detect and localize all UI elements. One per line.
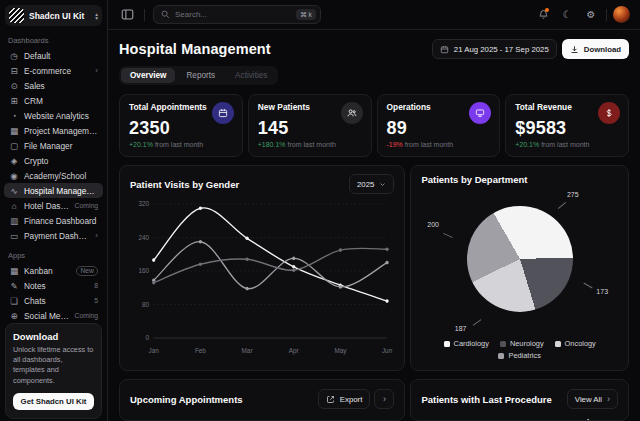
column-header-doctor: Doctor: [290, 417, 338, 421]
pie-value-label: 173: [596, 288, 608, 295]
academy-icon: ◉: [9, 171, 19, 181]
sidebar-item-hotel-dashboard[interactable]: ⌂Hotel DashboardComing: [4, 198, 103, 213]
export-button-label: Export: [340, 395, 363, 404]
sidebar-item-label: E-commerce: [24, 66, 90, 76]
legend-label: Oncology: [565, 339, 596, 348]
pie-callout-line: [473, 319, 482, 326]
page-title: Hospital Management: [119, 41, 271, 57]
calendar-icon: [212, 102, 234, 124]
legend-label: Pediatrics: [508, 351, 540, 360]
sidebar-item-chats[interactable]: ❏Chats5: [4, 293, 103, 308]
pie-chart: 275 200 173 187: [421, 185, 618, 337]
sidebar-nav: Dashboards◷Default⊟E-commerce›⊙Sales⊞CRM…: [0, 28, 107, 323]
sidebar-item-sales[interactable]: ⊙Sales: [4, 78, 103, 93]
svg-text:Feb: Feb: [195, 347, 206, 354]
legend-item-cardiology[interactable]: Cardiology: [444, 339, 489, 348]
download-promo-card: Download Unlock lifetime access to all d…: [5, 323, 102, 419]
export-button[interactable]: Export: [318, 389, 371, 409]
date-range-picker[interactable]: 21 Aug 2025 - 17 Sep 2025: [432, 39, 557, 59]
legend-swatch: [498, 353, 504, 359]
tab-reports[interactable]: Reports: [177, 68, 224, 83]
pie-value-label: 200: [427, 221, 439, 228]
shopping-bag-icon: ⊟: [9, 66, 19, 76]
tab-overview[interactable]: Overview: [121, 68, 175, 83]
year-filter-value: 2025: [357, 180, 374, 189]
sidebar-item-project-management[interactable]: ▦Project Management: [4, 123, 103, 138]
stat-delta: +180.1% from last month: [258, 141, 362, 148]
dollar-icon: [598, 102, 620, 124]
sidebar-item-file-manager[interactable]: ▢File Manager: [4, 138, 103, 153]
sidebar-item-label: Default: [24, 51, 98, 61]
chevron-right-icon: ›: [383, 395, 386, 404]
legend-swatch: [444, 341, 450, 347]
sidebar-item-e-commerce[interactable]: ⊟E-commerce›: [4, 63, 103, 78]
legend-item-pediatrics[interactable]: Pediatrics: [498, 351, 540, 360]
stat-delta: +20.1% from last month: [129, 141, 233, 148]
legend-swatch: [555, 341, 561, 347]
get-shadcn-ui-kit-button[interactable]: Get Shadcn UI Kit: [13, 393, 94, 410]
moon-icon: ☾: [563, 9, 572, 20]
notifications-button[interactable]: [534, 6, 552, 24]
year-filter-dropdown[interactable]: 2025: [349, 174, 394, 194]
sidebar-item-finance-dashboard[interactable]: ▥Finance Dashboard: [4, 213, 103, 228]
sidebar-item-hospital-management[interactable]: ∿Hospital Management: [4, 183, 103, 198]
sidebar-item-default[interactable]: ◷Default: [4, 48, 103, 63]
date-range-label: 21 Aug 2025 - 17 Sep 2025: [454, 45, 549, 54]
sidebar-item-label: Social Media: [24, 311, 70, 321]
view-all-button[interactable]: View All ›: [567, 389, 618, 409]
sidebar-item-notes[interactable]: ✎Notes8: [4, 278, 103, 293]
chevron-right-icon: ›: [95, 66, 98, 75]
notes-icon: ✎: [9, 281, 19, 291]
sidebar-item-website-analytics[interactable]: ◔Website Analytics: [4, 108, 103, 123]
hotel-icon: ⌂: [9, 201, 19, 211]
sidebar-item-label: Website Analytics: [24, 111, 98, 121]
pie-callout-line: [558, 202, 566, 209]
shadcn-logo-icon: [9, 8, 24, 23]
sidebar-item-label: Chats: [24, 296, 89, 306]
profile-avatar[interactable]: [613, 6, 630, 23]
workspace-switcher[interactable]: Shadcn UI Kit ▴▾: [5, 5, 102, 26]
panel-icon: [121, 8, 134, 21]
legend-item-neurology[interactable]: Neurology: [500, 339, 544, 348]
svg-text:May: May: [334, 347, 347, 355]
sidebar-item-label: Project Management: [24, 126, 98, 136]
sidebar-item-payment-dashboard[interactable]: ▭Payment Dashboard›: [4, 228, 103, 243]
sidebar-item-label: Sales: [24, 81, 98, 91]
sidebar-item-badge: Coming: [75, 202, 98, 209]
stat-card-operations: Operations89-19% from last month: [377, 94, 501, 157]
sidebar-item-label: Academy/School: [24, 171, 98, 181]
legend-item-oncology[interactable]: Oncology: [555, 339, 596, 348]
next-page-button[interactable]: ›: [374, 389, 394, 409]
chat-icon: ❏: [9, 296, 19, 306]
kanban-icon: ▦: [9, 266, 19, 276]
sidebar-item-social-media[interactable]: ⊕Social MediaComing: [4, 308, 103, 323]
sidebar-item-label: Notes: [24, 281, 89, 291]
finance-icon: ▥: [9, 216, 19, 226]
settings-button[interactable]: ⚙: [582, 6, 600, 24]
topbar: ⌘ k ☾ ⚙: [108, 0, 640, 30]
sidebar-item-kanban[interactable]: ▦KanbanNew: [4, 263, 103, 278]
theme-toggle-button[interactable]: ☾: [558, 6, 576, 24]
search-input[interactable]: [175, 10, 291, 19]
sidebar-item-crypto[interactable]: ◈Crypto: [4, 153, 103, 168]
search-box[interactable]: ⌘ k: [153, 5, 321, 24]
download-promo-body: Unlock lifetime access to all dashboards…: [13, 345, 94, 386]
crypto-icon: ◈: [9, 156, 19, 166]
sidebar-toggle-button[interactable]: [118, 6, 136, 24]
sidebar-item-label: CRM: [24, 96, 98, 106]
sidebar-item-label: File Manager: [24, 141, 98, 151]
sidebar-section-label: Dashboards: [8, 36, 99, 45]
stat-card-new-patients: New Patients145+180.1% from last month: [248, 94, 372, 157]
sidebar-item-badge: New: [76, 266, 98, 276]
sidebar-item-academy-school[interactable]: ◉Academy/School: [4, 168, 103, 183]
project-icon: ▦: [9, 126, 19, 136]
download-button[interactable]: Download: [562, 39, 629, 59]
line-chart: 080160240320JanFebMarAprMayJun: [130, 194, 394, 362]
chevron-updown-icon: ▴▾: [95, 12, 98, 20]
view-all-label: View All: [575, 395, 602, 404]
sidebar-item-label: Payment Dashboard: [24, 231, 90, 241]
column-header-patient: Patient: [130, 417, 183, 421]
sidebar-item-crm[interactable]: ⊞CRM: [4, 93, 103, 108]
svg-text:Jan: Jan: [149, 347, 160, 354]
svg-text:320: 320: [139, 200, 150, 207]
